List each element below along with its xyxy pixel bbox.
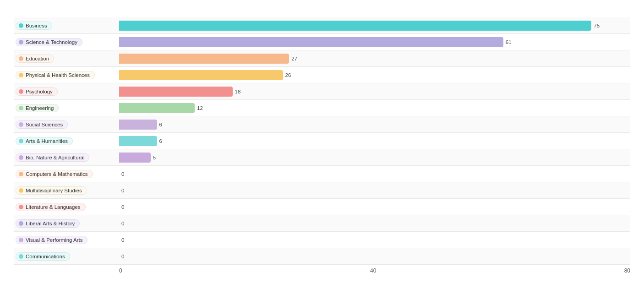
bar-track: 0	[119, 251, 630, 262]
bar-track: 12	[119, 103, 630, 113]
bar-track: 0	[119, 235, 630, 245]
bar-row: Business75	[14, 17, 630, 34]
bar-label: Education	[14, 55, 119, 63]
label-dot	[19, 221, 23, 226]
bar-fill	[119, 136, 157, 146]
bar-value-label: 26	[285, 72, 291, 78]
bar-label-text: Multidisciplinary Studies	[26, 188, 82, 193]
label-dot	[19, 238, 23, 242]
bar-row: Social Sciences6	[14, 116, 630, 133]
bar-row: Bio, Nature & Agricultural5	[14, 149, 630, 166]
bar-value-label: 0	[121, 237, 124, 243]
bar-label: Multidisciplinary Studies	[14, 186, 119, 195]
bar-value-label: 18	[235, 89, 241, 94]
bar-label: Physical & Health Sciences	[14, 71, 119, 79]
label-pill: Visual & Performing Arts	[16, 236, 87, 244]
label-dot	[19, 106, 23, 110]
x-axis-label: 40	[370, 267, 376, 274]
bar-label-text: Arts & Humanities	[26, 138, 68, 144]
bar-value-label: 27	[291, 56, 297, 61]
bar-fill	[119, 54, 289, 64]
bar-row: Arts & Humanities6	[14, 133, 630, 149]
bar-row: Visual & Performing Arts0	[14, 232, 630, 248]
bar-label: Science & Technology	[14, 38, 119, 46]
label-pill: Computers & Mathematics	[16, 170, 93, 178]
bar-label-text: Visual & Performing Arts	[26, 237, 82, 243]
bar-label-text: Education	[26, 56, 49, 61]
bar-label: Business	[14, 22, 119, 30]
bar-value-label: 0	[121, 171, 124, 177]
bar-track: 0	[119, 218, 630, 229]
bar-track: 0	[119, 185, 630, 196]
label-dot	[19, 188, 23, 193]
label-pill: Arts & Humanities	[16, 137, 73, 145]
bar-value-label: 0	[121, 188, 124, 193]
bar-row: Psychology18	[14, 83, 630, 100]
bar-label-text: Science & Technology	[26, 39, 77, 45]
bar-label-text: Psychology	[26, 89, 53, 94]
bar-track: 26	[119, 70, 630, 80]
label-pill: Business	[16, 22, 52, 30]
x-axis-labels: 04080	[119, 267, 630, 274]
bar-label-text: Liberal Arts & History	[26, 221, 75, 226]
bar-label: Computers & Mathematics	[14, 170, 119, 178]
bar-label-text: Business	[26, 23, 47, 28]
label-pill: Liberal Arts & History	[16, 219, 80, 228]
bar-track: 6	[119, 120, 630, 130]
label-pill: Communications	[16, 252, 70, 261]
label-dot	[19, 40, 23, 44]
x-axis-label: 0	[119, 267, 122, 274]
bar-value-label: 0	[121, 254, 124, 259]
bar-label-text: Social Sciences	[26, 122, 63, 127]
bar-value-label: 0	[121, 204, 124, 210]
bar-label: Engineering	[14, 104, 119, 112]
label-dot	[19, 155, 23, 160]
bar-track: 27	[119, 54, 630, 64]
bar-track: 18	[119, 87, 630, 97]
label-pill: Physical & Health Sciences	[16, 71, 95, 79]
bar-label-text: Engineering	[26, 105, 54, 111]
x-axis-row: 04080	[14, 267, 630, 274]
bar-value-label: 75	[594, 23, 600, 28]
label-pill: Psychology	[16, 87, 58, 96]
bar-row: Education27	[14, 50, 630, 67]
bar-row: Multidisciplinary Studies0	[14, 182, 630, 199]
bar-label: Psychology	[14, 87, 119, 96]
bar-track: 0	[119, 202, 630, 212]
bar-row: Physical & Health Sciences26	[14, 67, 630, 83]
bar-value-label: 12	[197, 105, 203, 111]
bar-fill	[119, 37, 503, 47]
bar-value-label: 5	[153, 155, 156, 160]
bar-label-text: Communications	[26, 254, 65, 259]
label-pill: Science & Technology	[16, 38, 82, 46]
page-wrapper: Business75Science & Technology61Educatio…	[14, 9, 630, 274]
label-pill: Multidisciplinary Studies	[16, 186, 87, 195]
bar-track: 0	[119, 169, 630, 179]
bar-track: 6	[119, 136, 630, 146]
label-dot	[19, 89, 23, 94]
bar-label: Communications	[14, 252, 119, 261]
bar-fill	[119, 153, 151, 163]
label-dot	[19, 73, 23, 77]
label-pill: Social Sciences	[16, 120, 68, 129]
bar-row: Liberal Arts & History0	[14, 215, 630, 232]
bar-label: Visual & Performing Arts	[14, 236, 119, 244]
label-pill: Literature & Languages	[16, 203, 86, 211]
bar-fill	[119, 120, 157, 130]
bar-row: Literature & Languages0	[14, 199, 630, 215]
bar-track: 75	[119, 21, 630, 31]
label-dot	[19, 139, 23, 143]
bar-fill	[119, 70, 283, 80]
label-pill: Education	[16, 55, 54, 63]
label-dot	[19, 122, 23, 127]
bar-label: Bio, Nature & Agricultural	[14, 153, 119, 162]
bar-row: Computers & Mathematics0	[14, 166, 630, 182]
label-dot	[19, 56, 23, 61]
chart-area: Business75Science & Technology61Educatio…	[14, 17, 630, 265]
x-axis-label: 80	[624, 267, 630, 274]
bar-label-text: Bio, Nature & Agricultural	[26, 155, 84, 160]
label-pill: Bio, Nature & Agricultural	[16, 153, 89, 162]
bar-label: Arts & Humanities	[14, 137, 119, 145]
label-dot	[19, 254, 23, 259]
label-dot	[19, 205, 23, 209]
